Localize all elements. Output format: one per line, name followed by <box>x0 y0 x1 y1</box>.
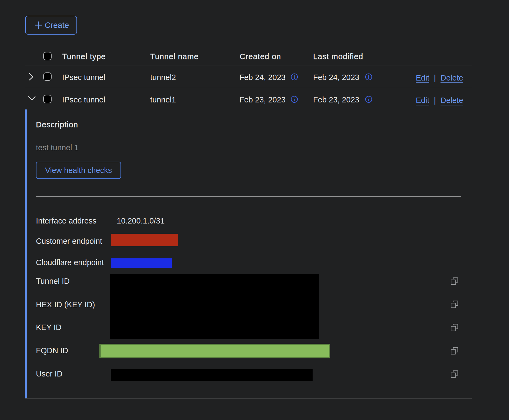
svg-text:i: i <box>294 97 295 102</box>
svg-text:i: i <box>368 74 369 80</box>
svg-text:i: i <box>368 97 369 102</box>
svg-text:i: i <box>294 74 295 80</box>
